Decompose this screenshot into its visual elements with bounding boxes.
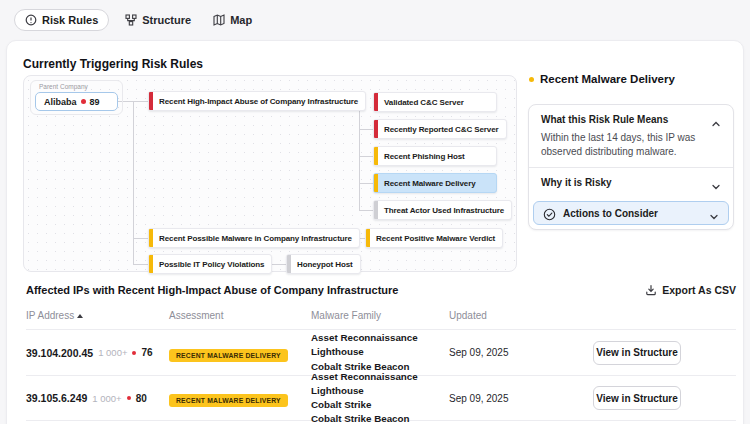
malware-family-cell: Asset Reconnaissance Lighthouse Cobalt S… <box>311 331 449 374</box>
parent-company-node[interactable]: Alibaba 89 <box>35 92 118 111</box>
column-header-updated[interactable]: Updated <box>449 310 545 321</box>
reference-count: 1 000+ <box>98 347 127 358</box>
tree-node-rule[interactable]: Recent Possible Malware in Company Infra… <box>148 228 360 248</box>
tab-label: Risk Rules <box>42 14 98 26</box>
detail-panel-title: Recent Malware Delivery <box>529 73 675 85</box>
risk-dot-icon <box>127 396 131 400</box>
assessment-badge: RECENT MALWARE DELIVERY <box>169 349 288 362</box>
severity-dot-icon <box>529 77 534 82</box>
severity-bar <box>374 147 378 165</box>
malware-family-line: Asset Reconnaissance Lighthouse <box>311 370 449 398</box>
tree-node-subrule[interactable]: Recent Phishing Host <box>373 146 497 166</box>
tree-node-subrule[interactable]: Recently Reported C&C Server <box>373 119 507 139</box>
malware-family-line: Asset Reconnaissance Lighthouse <box>311 331 449 359</box>
connector-line <box>359 129 373 130</box>
risk-dot-icon <box>132 351 136 355</box>
tree-node-label: Threat Actor Used Infrastructure <box>384 206 504 215</box>
connector-line <box>359 183 373 184</box>
tree-section-title: Currently Triggering Risk Rules <box>23 57 203 71</box>
tab-label: Structure <box>142 14 191 26</box>
panel-section-meaning: What this Risk Rule Means Within the las… <box>529 105 733 167</box>
detail-panel-card: What this Risk Rule Means Within the las… <box>528 104 734 230</box>
connector-line <box>359 156 373 157</box>
tab-label: Map <box>230 14 252 26</box>
download-icon <box>645 284 657 296</box>
company-name: Alibaba <box>44 97 77 107</box>
tab-structure[interactable]: Structure <box>119 10 197 30</box>
panel-section-body: Within the last 14 days, this IP was obs… <box>541 131 721 158</box>
ip-address[interactable]: 39.104.200.45 <box>26 347 93 359</box>
tree-node-label: Recent High-Impact Abuse of Company Infr… <box>159 97 358 106</box>
chevron-up-icon <box>711 115 721 125</box>
tree-node-label: Recently Reported C&C Server <box>384 125 499 134</box>
tree-node-subrule-selected[interactable]: Recent Malware Delivery <box>373 173 497 193</box>
tree-node-subrule[interactable]: Recent Positive Malware Verdict <box>365 228 503 248</box>
tree-node-subrule[interactable]: Honeypot Host <box>286 254 361 274</box>
tree-node-label: Recent Positive Malware Verdict <box>376 234 495 243</box>
view-in-structure-button[interactable]: View in Structure <box>593 341 681 365</box>
severity-bar <box>366 229 370 247</box>
tree-node-label: Honeypot Host <box>297 260 353 269</box>
updated-date: Sep 09, 2025 <box>449 393 545 404</box>
map-icon <box>213 14 225 26</box>
table-row: 39.104.200.45 1 000+ 76 RECENT MALWARE D… <box>26 329 736 375</box>
column-header-malware-family[interactable]: Malware Family <box>311 310 449 321</box>
ip-risk-score: 80 <box>136 393 147 404</box>
panel-section-meaning-header[interactable]: What this Risk Rule Means <box>541 114 721 125</box>
tab-map[interactable]: Map <box>207 10 258 30</box>
connector-line <box>133 101 134 264</box>
check-circle-icon <box>543 207 556 220</box>
severity-bar <box>374 201 378 219</box>
severity-bar <box>149 255 153 273</box>
chevron-down-icon <box>711 178 721 188</box>
export-csv-button[interactable]: Export As CSV <box>645 284 736 296</box>
risk-dot-icon <box>81 99 86 104</box>
risk-rules-tree: Parent Company Alibaba 89 Recent High-Im… <box>23 75 517 272</box>
tab-risk-rules[interactable]: Risk Rules <box>14 9 109 31</box>
ip-risk-score: 76 <box>141 347 152 358</box>
tree-node-label: Recent Phishing Host <box>384 152 465 161</box>
export-csv-label: Export As CSV <box>662 284 736 296</box>
severity-bar <box>374 120 378 138</box>
table-row: 39.105.6.249 1 000+ 80 RECENT MALWARE DE… <box>26 375 736 421</box>
updated-date: Sep 09, 2025 <box>449 347 545 358</box>
view-in-structure-button[interactable]: View in Structure <box>593 386 681 410</box>
panel-section-risky-header[interactable]: Why it is Risky <box>529 168 733 197</box>
severity-bar <box>287 255 291 273</box>
connector-line <box>359 210 373 211</box>
panel-section-label: Actions to Consider <box>563 208 702 219</box>
tree-node-label: Recent Possible Malware in Company Infra… <box>159 234 352 243</box>
tree-node-subrule[interactable]: Validated C&C Server <box>373 92 497 112</box>
table-column-headers: IP Address Assessment Malware Family Upd… <box>26 310 736 321</box>
tree-node-label: Validated C&C Server <box>384 98 464 107</box>
detail-panel-title-text: Recent Malware Delivery <box>540 73 675 85</box>
panel-section-actions-header[interactable]: Actions to Consider <box>533 201 729 225</box>
malware-family-line: Cobalt Strike Beacon <box>311 412 449 424</box>
top-tab-bar: Risk Rules Structure Map <box>0 0 750 40</box>
assessment-badge: RECENT MALWARE DELIVERY <box>169 394 288 407</box>
structure-icon <box>125 14 137 26</box>
affected-ips-section: Affected IPs with Recent High-Impact Abu… <box>26 284 736 421</box>
column-header-ip-address[interactable]: IP Address <box>26 310 169 321</box>
severity-bar <box>374 174 378 192</box>
tree-node-rule[interactable]: Possible IT Policy Violations <box>148 254 272 274</box>
ip-address[interactable]: 39.105.6.249 <box>26 392 87 404</box>
reference-count: 1 000+ <box>92 393 121 404</box>
parent-company-group: Parent Company Alibaba 89 <box>30 80 123 115</box>
panel-section-label: Why it is Risky <box>541 177 612 188</box>
main-content-card: Currently Triggering Risk Rules Parent C… <box>6 40 744 424</box>
tree-node-label: Possible IT Policy Violations <box>159 260 264 269</box>
tree-node-subrule[interactable]: Threat Actor Used Infrastructure <box>373 200 512 220</box>
chevron-down-icon <box>709 208 719 218</box>
company-risk-score: 89 <box>90 97 100 107</box>
table-title: Affected IPs with Recent High-Impact Abu… <box>26 284 398 296</box>
column-header-assessment[interactable]: Assessment <box>169 310 311 321</box>
malware-family-line: Cobalt Strike <box>311 398 449 412</box>
sort-asc-icon <box>77 314 83 318</box>
severity-bar <box>374 93 378 111</box>
malware-family-cell: Asset Reconnaissance Lighthouse Cobalt S… <box>311 370 449 424</box>
tree-node-rule[interactable]: Recent High-Impact Abuse of Company Infr… <box>148 91 366 111</box>
severity-bar <box>149 92 153 110</box>
severity-bar <box>149 229 153 247</box>
alert-circle-icon <box>25 14 37 26</box>
